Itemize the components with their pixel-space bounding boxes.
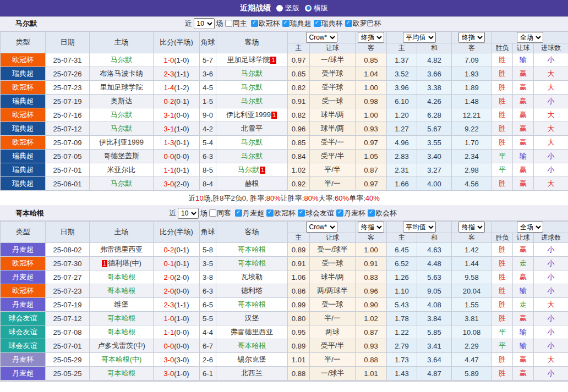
league-badge[interactable]: 丹麦杯 (1, 353, 46, 367)
league-badge[interactable]: 欧冠杯 (1, 53, 46, 67)
score-cell[interactable]: 3-1(0-0) (154, 108, 200, 122)
away-team[interactable]: 瓦埃勒 (241, 273, 263, 281)
league-badge[interactable]: 瑞典超 (1, 163, 46, 177)
league-badge[interactable]: 丹麦超 (1, 367, 46, 380)
home-team[interactable]: 布洛马波卡纳 (100, 69, 143, 78)
home-team[interactable]: 德利塔(中) (108, 259, 141, 267)
home-team[interactable]: 哥本哈根 (107, 273, 136, 281)
league-badge[interactable]: 球会友谊 (1, 339, 46, 353)
home-team[interactable]: 马尔默 (111, 179, 132, 187)
final-odds-select-2[interactable]: 终指 (458, 222, 485, 233)
home-team[interactable]: 伊比利亚1999 (99, 138, 144, 146)
away-team[interactable]: 伊比利亚1999 (226, 111, 271, 119)
away-team[interactable]: 哥本哈根 (238, 245, 266, 253)
league-checkbox-丹麦超[interactable]: 丹麦超 (235, 209, 264, 217)
score-cell[interactable]: 1-0(1-0) (154, 312, 200, 325)
home-team[interactable]: 马尔默 (111, 56, 132, 64)
home-team[interactable]: 哥本哈根 (107, 286, 136, 295)
score-cell[interactable]: 2-3(1-1) (154, 298, 200, 312)
away-team[interactable]: 哥本哈根 (238, 300, 266, 308)
score-cell[interactable]: 0-1(0-1) (154, 257, 200, 270)
score-cell[interactable]: 1-1(0-0) (154, 325, 200, 339)
score-cell[interactable]: 0-0(0-0) (154, 339, 200, 353)
home-team[interactable]: 马尔默 (111, 124, 132, 132)
away-team[interactable]: 马尔默 (241, 152, 263, 160)
away-team[interactable]: 马尔默 (241, 69, 263, 78)
league-checkbox-欧罗巴杯[interactable]: 欧罗巴杯 (345, 19, 381, 27)
same-away-checkbox[interactable]: 同客 (209, 208, 231, 218)
away-team[interactable]: 赫根 (245, 179, 259, 187)
match-count-select[interactable]: 10 (194, 18, 215, 29)
home-team[interactable]: 哥德堡盖斯 (103, 152, 139, 160)
home-team[interactable]: 哥本哈根(中) (101, 355, 142, 363)
score-cell[interactable]: 2-0(0-0) (154, 284, 200, 298)
home-team[interactable]: 奥斯达 (111, 97, 132, 105)
away-team[interactable]: 马尔默 (241, 138, 263, 146)
home-team[interactable]: 弗雷德里西亚 (100, 245, 143, 253)
away-team[interactable]: 汉堡 (245, 314, 259, 322)
league-badge[interactable]: 瑞典超 (1, 177, 46, 191)
score-cell[interactable]: 1-4(1-2) (154, 81, 200, 95)
away-team[interactable]: 马尔默 (241, 83, 263, 91)
score-cell[interactable]: 1-0(1-0) (154, 53, 200, 67)
match-count-select[interactable]: 10 (178, 208, 199, 219)
league-badge[interactable]: 球会友谊 (1, 325, 46, 339)
league-checkbox-球会友谊[interactable]: 球会友谊 (298, 209, 334, 217)
away-team[interactable]: 马尔默 (241, 97, 263, 105)
league-checkbox-欧冠杯[interactable]: 欧冠杯 (251, 19, 280, 27)
final-odds-select[interactable]: 终指 (358, 32, 384, 43)
home-team[interactable]: 哥本哈根 (107, 314, 136, 322)
league-badge[interactable]: 欧冠杯 (1, 257, 46, 270)
league-checkbox-瑞典杯[interactable]: 瑞典杯 (314, 19, 343, 27)
final-odds-select-2[interactable]: 终指 (458, 32, 485, 43)
average-select[interactable]: 平均值 (403, 222, 436, 233)
score-cell[interactable]: 0-2(0-1) (154, 95, 200, 108)
fulltime-select[interactable]: 全场 (517, 222, 543, 233)
away-team[interactable]: 哥本哈根 (238, 259, 266, 267)
league-badge[interactable]: 欧冠杯 (1, 108, 46, 122)
radio-vertical-layout[interactable]: 竖版 (276, 3, 299, 13)
away-team[interactable]: 里加足球学院 (227, 56, 270, 64)
score-cell[interactable]: 2-3(1-1) (154, 67, 200, 81)
away-team[interactable]: 马尔默 (238, 165, 259, 174)
score-cell[interactable]: 2-0(2-0) (154, 270, 200, 284)
league-badge[interactable]: 瑞典超 (1, 122, 46, 136)
league-checkbox-瑞典超[interactable]: 瑞典超 (282, 19, 312, 27)
score-cell[interactable]: 3-0(2-0) (154, 177, 200, 191)
league-checkbox-丹麦杯[interactable]: 丹麦杯 (336, 209, 365, 217)
home-team[interactable]: 卢多戈雷茨(中) (97, 341, 145, 350)
same-home-checkbox[interactable]: 同主 (225, 19, 247, 29)
league-checkbox-欧会杯[interactable]: 欧会杯 (368, 209, 397, 217)
home-team[interactable]: 里加足球学院 (100, 83, 143, 91)
home-team[interactable]: 哥本哈根 (107, 369, 136, 377)
score-cell[interactable]: 0-2(0-1) (154, 243, 200, 257)
score-cell[interactable]: 1-3(0-1) (154, 136, 200, 150)
score-cell[interactable]: 3-1(1-0) (154, 122, 200, 136)
league-badge[interactable]: 欧冠杯 (1, 81, 46, 95)
league-badge[interactable]: 瑞典超 (1, 67, 46, 81)
away-team[interactable]: 北雪平 (241, 124, 263, 132)
home-team[interactable]: 维堡 (114, 300, 129, 308)
away-team[interactable]: 北西兰 (241, 369, 263, 377)
final-odds-select[interactable]: 终指 (358, 222, 384, 233)
league-badge[interactable]: 欧冠杯 (1, 136, 46, 150)
bookmaker-select[interactable]: Crow* (306, 32, 337, 43)
score-cell[interactable]: 1-1(0-1) (154, 163, 200, 177)
league-checkbox-欧冠杯[interactable]: 欧冠杯 (266, 209, 296, 217)
fulltime-select[interactable]: 全场 (517, 32, 543, 43)
league-badge[interactable]: 瑞典超 (1, 95, 46, 108)
league-badge[interactable]: 丹麦超 (1, 270, 46, 284)
home-team[interactable]: 马尔默 (111, 111, 132, 119)
away-team[interactable]: 锡尔克堡 (238, 355, 266, 363)
league-badge[interactable]: 丹麦超 (1, 298, 46, 312)
league-badge[interactable]: 球会友谊 (1, 312, 46, 325)
radio-horizontal-layout[interactable]: 横版 (305, 3, 328, 13)
bookmaker-select[interactable]: Crow* (306, 222, 337, 233)
home-team[interactable]: 哥本哈根 (107, 328, 136, 336)
score-cell[interactable]: 3-0(1-0) (154, 367, 200, 380)
league-badge[interactable]: 瑞典超 (1, 150, 46, 163)
average-select[interactable]: 平均值 (403, 32, 436, 43)
away-team[interactable]: 哥本哈根 (238, 341, 266, 350)
score-cell[interactable]: 0-0(0-0) (154, 150, 200, 163)
league-badge[interactable]: 欧冠杯 (1, 284, 46, 298)
